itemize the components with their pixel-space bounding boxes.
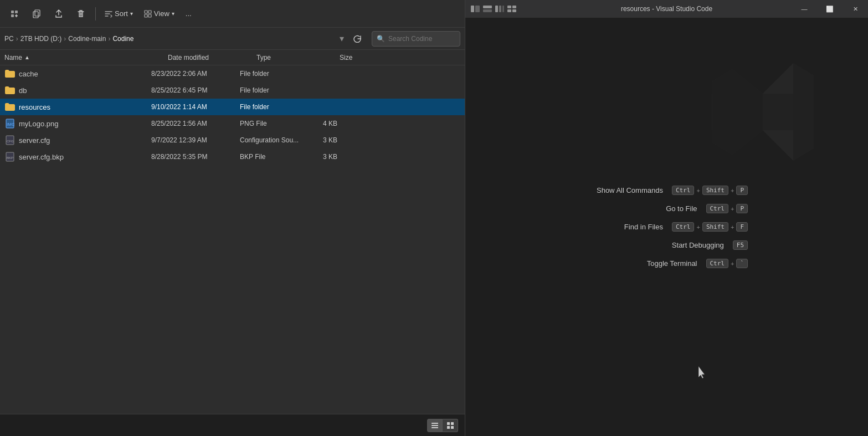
vscode-close-button[interactable]: ✕ <box>843 0 868 18</box>
svg-text:IMG: IMG <box>7 122 14 127</box>
breadcrumb-pc[interactable]: PC <box>4 35 14 43</box>
breadcrumb-sep-1: › <box>16 35 18 43</box>
more-button[interactable]: ... <box>181 7 196 20</box>
file-name-cell: cache <box>4 68 151 79</box>
file-type: File folder <box>240 86 323 94</box>
sort-chevron: ▾ <box>130 11 133 17</box>
file-size: 4 KB <box>323 120 367 127</box>
shortcut-name: Go to File <box>620 204 697 213</box>
file-date: 8/28/2022 5:35 PM <box>151 153 240 161</box>
share-button[interactable] <box>49 4 69 24</box>
key-plus: + <box>696 224 700 230</box>
svg-rect-5 <box>145 11 147 13</box>
file-icon: IMG <box>4 118 16 129</box>
new-button[interactable] <box>4 4 24 24</box>
toolbar-divider <box>95 7 96 20</box>
key-plus: + <box>731 260 734 267</box>
grid-view-button[interactable] <box>443 419 458 432</box>
shortcut-keys: Ctrl+P <box>706 204 748 213</box>
file-icon <box>4 68 16 79</box>
vscode-title-bar: resources - Visual Studio Code — ⬜ ✕ <box>465 0 868 18</box>
name-sort-arrow: ▲ <box>24 54 30 60</box>
file-row[interactable]: db 8/25/2022 6:45 PM File folder <box>0 82 465 99</box>
file-date: 9/7/2022 12:39 AM <box>151 136 240 144</box>
key-plus: + <box>731 206 734 212</box>
view-button[interactable]: View ▾ <box>140 7 179 20</box>
file-size: 3 KB <box>323 136 367 144</box>
svg-text:CFG: CFG <box>7 140 14 143</box>
file-row[interactable]: CFG server.cfg 9/7/2022 12:39 AM Configu… <box>0 132 465 148</box>
key-badge: ` <box>736 259 748 268</box>
svg-rect-3 <box>35 10 40 16</box>
search-box[interactable]: 🔍 <box>372 31 460 47</box>
svg-rect-1 <box>15 11 18 13</box>
file-name: cache <box>19 70 38 78</box>
svg-rect-8 <box>148 14 151 17</box>
shortcut-keys: Ctrl+` <box>706 259 748 268</box>
copy-button[interactable] <box>27 4 47 24</box>
layout-icon-3[interactable] <box>494 3 505 14</box>
svg-rect-22 <box>471 6 474 12</box>
svg-rect-6 <box>148 11 151 13</box>
delete-button[interactable] <box>71 4 91 24</box>
search-input[interactable] <box>388 35 455 43</box>
sort-button[interactable]: Sort ▾ <box>100 7 137 20</box>
file-row[interactable]: BKP server.cfg.bkp 8/28/2022 5:35 PM BKP… <box>0 148 465 165</box>
svg-rect-17 <box>432 427 438 428</box>
layout-icon-4[interactable] <box>506 3 517 14</box>
vscode-logo-watermark <box>702 51 824 173</box>
sort-label: Sort <box>115 9 128 18</box>
col-header-date[interactable]: Date modified <box>168 54 256 61</box>
shortcut-row: Start DebuggingF5 <box>585 240 748 250</box>
file-type: File folder <box>240 103 323 111</box>
shortcut-name: Toggle Terminal <box>620 259 697 268</box>
col-header-name[interactable]: Name ▲ <box>4 54 168 61</box>
vscode-title-left <box>465 3 522 14</box>
file-name-cell: CFG server.cfg <box>4 135 151 146</box>
vscode-maximize-button[interactable]: ⬜ <box>817 0 843 18</box>
breadcrumb-parent[interactable]: Codine-main <box>68 35 106 43</box>
file-icon <box>4 85 16 96</box>
breadcrumb-current: Codine <box>112 35 133 43</box>
file-icon <box>4 101 16 112</box>
list-view-button[interactable] <box>427 419 443 432</box>
key-badge: Ctrl <box>706 204 729 213</box>
breadcrumb-dropdown[interactable]: ▾ <box>336 33 347 44</box>
vscode-minimize-button[interactable]: — <box>792 0 817 18</box>
layout-icon-2[interactable] <box>482 3 493 14</box>
svg-rect-4 <box>33 12 38 18</box>
shortcut-keys: Ctrl+Shift+F <box>672 222 748 232</box>
layout-icon-1[interactable] <box>470 3 481 14</box>
breadcrumb-refresh[interactable] <box>350 31 365 47</box>
file-date: 9/10/2022 1:14 AM <box>151 103 240 111</box>
key-badge: Ctrl <box>672 186 695 195</box>
vscode-welcome: Show All CommandsCtrl+Shift+PGo to FileC… <box>465 18 868 436</box>
svg-rect-25 <box>483 9 492 12</box>
file-name-cell: IMG myLogo.png <box>4 118 151 129</box>
svg-rect-19 <box>451 422 454 425</box>
file-name: server.cfg <box>19 136 50 145</box>
vscode-window-controls: — ⬜ ✕ <box>792 0 868 18</box>
file-row[interactable]: resources 9/10/2022 1:14 AM File folder <box>0 99 465 115</box>
breadcrumb-sep-2: › <box>64 35 66 43</box>
key-badge: Shift <box>702 186 728 195</box>
file-type: File folder <box>240 70 323 78</box>
vscode-layout-icons <box>470 3 517 14</box>
key-badge: P <box>736 204 748 213</box>
shortcut-row: Toggle TerminalCtrl+` <box>585 259 748 268</box>
view-label: View <box>154 9 170 18</box>
file-name: myLogo.png <box>19 120 59 128</box>
file-explorer: Sort ▾ View ▾ ... PC › 2TB HDD (D:) › Co… <box>0 0 465 436</box>
breadcrumb-hdd[interactable]: 2TB HDD (D:) <box>20 35 62 43</box>
col-header-size[interactable]: Size <box>340 54 384 61</box>
col-header-type[interactable]: Type <box>256 54 340 61</box>
file-row[interactable]: IMG myLogo.png 8/25/2022 1:56 AM PNG Fil… <box>0 115 465 132</box>
vscode-panel: resources - Visual Studio Code — ⬜ ✕ Sho… <box>465 0 868 436</box>
svg-rect-7 <box>145 14 147 17</box>
file-row[interactable]: cache 8/23/2022 2:06 AM File folder <box>0 65 465 82</box>
file-icon: BKP <box>4 151 16 162</box>
toolbar: Sort ▾ View ▾ ... <box>0 0 465 28</box>
file-name-cell: db <box>4 85 151 96</box>
file-date: 8/25/2022 6:45 PM <box>151 86 240 94</box>
key-plus: + <box>731 224 734 230</box>
